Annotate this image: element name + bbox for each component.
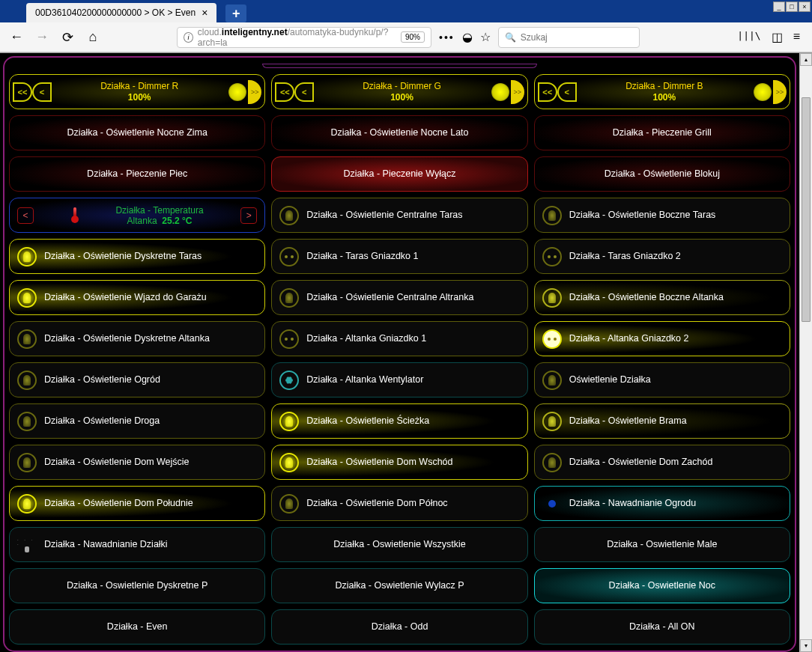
- light-road[interactable]: Działka - Oświetlenie Droga: [9, 403, 265, 439]
- home-button[interactable]: ⌂: [84, 28, 102, 46]
- forward-button[interactable]: →: [33, 28, 51, 46]
- zoom-badge[interactable]: 90%: [401, 31, 425, 43]
- irrigation-plot[interactable]: · · · ·Działka - Nawadnianie Działki: [9, 527, 265, 562]
- light-side-taras[interactable]: Działka - Oświetlenie Boczne Taras: [534, 198, 790, 233]
- bulb-icon: [542, 412, 562, 431]
- browser-tab[interactable]: 00D361040200000000000 > OK > Even ×: [26, 3, 216, 22]
- scroll-thumb[interactable]: [802, 97, 811, 322]
- sidebar-icon[interactable]: ◫: [772, 30, 783, 44]
- library-icon[interactable]: |||\: [737, 30, 760, 44]
- light-side-altanka[interactable]: Działka - Oświetlenie Boczne Altanka: [534, 280, 790, 315]
- socket-taras-2[interactable]: Działka - Taras Gniazdko 2: [534, 239, 790, 274]
- scene-grill[interactable]: Działka - Pieczenie Grill: [534, 115, 790, 150]
- temp-next-button[interactable]: >: [240, 207, 257, 224]
- dimmer-up[interactable]: >>: [511, 80, 524, 104]
- search-input[interactable]: [521, 32, 633, 43]
- scene-odd[interactable]: Działka - Odd: [271, 609, 527, 645]
- dimmer-b[interactable]: << < Działka - Dimmer B100% >>: [534, 74, 790, 109]
- dimmer-down[interactable]: <: [557, 82, 577, 102]
- scene-bake-off[interactable]: Działka - Pieczenie Wyłącz: [271, 156, 527, 192]
- page-actions-button[interactable]: •••: [439, 31, 455, 43]
- temperature-tile[interactable]: < Działka - TemperaturaAltanka 25.2 °C >: [9, 198, 265, 233]
- scene-night-summer[interactable]: Działka - Oświetlenie Nocne Lato: [271, 115, 527, 150]
- scene-light-discrete-p[interactable]: Działka - Oswietlenie Dyskretne P: [9, 568, 265, 603]
- window-controls: _ □ ×: [772, 1, 811, 12]
- scene-light-off-p[interactable]: Działka - Oswietlenie Wylacz P: [271, 568, 527, 603]
- scene-night-winter[interactable]: Działka - Oświetlenie Nocne Zima: [9, 115, 265, 150]
- bulb-icon: [279, 412, 299, 431]
- scene-even[interactable]: Działka - Even: [9, 609, 265, 645]
- reload-button[interactable]: ⟳: [58, 28, 76, 46]
- light-gate[interactable]: Działka - Oświetlenie Brama: [534, 403, 790, 439]
- scene-oven[interactable]: Działka - Pieczenie Piec: [9, 156, 265, 192]
- close-window-button[interactable]: ×: [799, 1, 811, 12]
- socket-icon: [542, 329, 562, 349]
- browser-toolbar: ← → ⟳ ⌂ i cloud.inteligentny.net/automat…: [0, 22, 812, 52]
- light-house-east[interactable]: Działka - Oświetlenie Dom Wschód: [271, 445, 527, 480]
- light-house-north[interactable]: Działka - Oświetlenie Dom Północ: [271, 486, 527, 521]
- socket-icon: [279, 247, 299, 266]
- light-discrete-taras[interactable]: Działka - Oświetlenie Dyskretne Taras: [9, 239, 265, 274]
- scene-light-block[interactable]: Działka - Oświetlenie Blokuj: [534, 156, 790, 192]
- dimmer-fast-down[interactable]: <<: [275, 82, 294, 102]
- scene-all-on[interactable]: Działka - All ON: [534, 609, 790, 645]
- bulb-icon: [17, 412, 37, 431]
- socket-altanka-1[interactable]: Działka - Altanka Gniazdko 1: [271, 321, 527, 356]
- pocket-icon[interactable]: ◒: [462, 30, 473, 44]
- bulb-icon: [17, 247, 37, 266]
- dimmer-up[interactable]: >>: [248, 80, 261, 104]
- dimmer-r[interactable]: << < Działka - Dimmer R100% >>: [9, 74, 265, 109]
- tab-close-button[interactable]: ×: [202, 7, 207, 19]
- page-content: << < Działka - Dimmer R100% >> << < Dzia…: [0, 53, 799, 652]
- socket-icon: [279, 329, 299, 349]
- socket-taras-1[interactable]: Działka - Taras Gniazdko 1: [271, 239, 527, 274]
- light-house-entry[interactable]: Działka - Oświetlenie Dom Wejście: [9, 445, 265, 480]
- light-house-south[interactable]: Działka - Oświetlenie Dom Południe: [9, 486, 265, 521]
- irrigation-garden[interactable]: Działka - Nawadnianie Ogrodu: [534, 486, 790, 521]
- back-button[interactable]: ←: [7, 28, 25, 46]
- scrollbar[interactable]: ▴ ▾: [799, 53, 812, 652]
- light-central-taras[interactable]: Działka - Oświetlenie Centralne Taras: [271, 198, 527, 233]
- light-garage-entry[interactable]: Działka - Oświetlenie Wjazd do Garażu: [9, 280, 265, 315]
- fan-icon: [279, 371, 299, 390]
- url-bar[interactable]: i cloud.inteligentny.net/automatyka-budy…: [177, 27, 431, 48]
- socket-icon: [542, 247, 562, 266]
- bookmark-star-icon[interactable]: ☆: [480, 30, 491, 44]
- dimmer-down[interactable]: <: [32, 82, 52, 102]
- dimmer-indicator-icon: [491, 83, 509, 101]
- dimmer-up[interactable]: >>: [773, 80, 787, 104]
- temp-prev-button[interactable]: <: [17, 207, 34, 224]
- light-house-west[interactable]: Działka - Oświetlenie Dom Zachód: [534, 445, 790, 480]
- scene-light-night[interactable]: Działka - Oswietlenie Noc: [534, 568, 790, 603]
- light-garden[interactable]: Działka - Oświetlenie Ogród: [9, 362, 265, 397]
- thermometer-icon: [71, 207, 79, 223]
- search-bar[interactable]: 🔍: [498, 27, 640, 48]
- sprinkler-icon: · · · ·: [17, 537, 37, 552]
- light-discrete-altanka[interactable]: Działka - Oświetlenie Dyskretne Altanka: [9, 321, 265, 356]
- minimize-button[interactable]: _: [773, 1, 785, 12]
- maximize-button[interactable]: □: [786, 1, 798, 12]
- scroll-down-button[interactable]: ▾: [800, 639, 812, 652]
- scene-light-small[interactable]: Działka - Oswietlenie Male: [534, 527, 790, 562]
- scroll-up-button[interactable]: ▴: [800, 53, 812, 66]
- bulb-icon: [17, 329, 37, 349]
- fan-altanka[interactable]: Działka - Altanka Wentylator: [271, 362, 527, 397]
- dimmer-fast-down[interactable]: <<: [538, 82, 557, 102]
- bulb-icon: [279, 288, 299, 308]
- socket-altanka-2[interactable]: Działka - Altanka Gniazdko 2: [534, 321, 790, 356]
- site-info-icon[interactable]: i: [184, 32, 193, 43]
- tab-title: 00D361040200000000000 > OK > Even: [35, 7, 196, 18]
- menu-button[interactable]: ≡: [793, 30, 800, 44]
- scene-light-all[interactable]: Działka - Oswietlenie Wszystkie: [271, 527, 527, 562]
- light-plot[interactable]: Oświetlenie Działka: [534, 362, 790, 397]
- dimmer-down[interactable]: <: [294, 82, 314, 102]
- bulb-icon: [279, 206, 299, 225]
- light-path[interactable]: Działka - Oświetlenie Ścieżka: [271, 403, 527, 439]
- top-accent: [262, 64, 537, 68]
- dimmer-indicator-icon: [228, 83, 246, 101]
- light-central-altanka[interactable]: Działka - Oświetlenie Centralne Altranka: [271, 280, 527, 315]
- dimmer-fast-down[interactable]: <<: [13, 82, 32, 102]
- new-tab-button[interactable]: +: [225, 4, 246, 22]
- bulb-icon: [17, 288, 37, 308]
- dimmer-g[interactable]: << < Działka - Dimmer G100% >>: [271, 74, 527, 109]
